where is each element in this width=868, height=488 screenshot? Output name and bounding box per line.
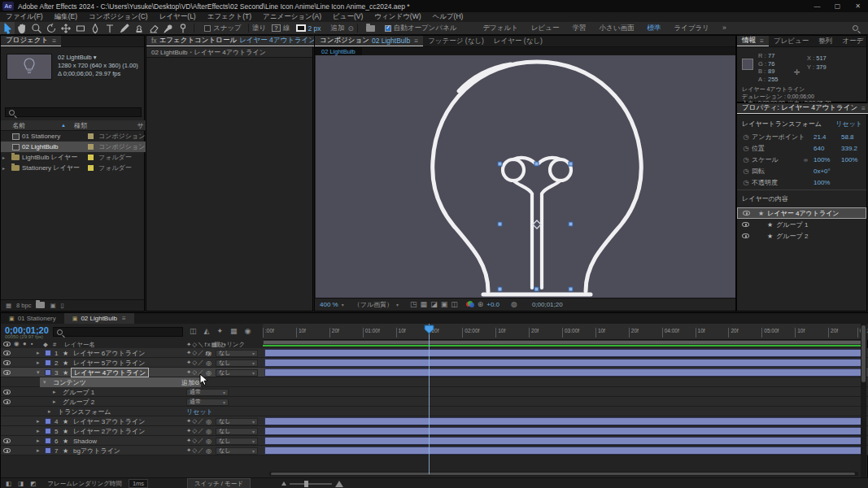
expander-icon[interactable]: ▸ [37,426,45,436]
expander-icon[interactable]: ▸ [53,387,61,397]
motion-blur-icon[interactable]: ◉ [245,327,251,335]
panel-menu-icon[interactable]: ≡ [861,104,866,112]
grid-guides-icon[interactable]: ▦ [421,300,428,308]
property-value[interactable]: 100% [813,179,841,186]
new-comp-icon[interactable]: ▣ [50,302,55,309]
workspace-tab-標準[interactable]: 標準 [640,24,667,33]
exposure-gear-icon[interactable]: ⊛ [478,300,484,308]
project-search-input[interactable] [5,107,142,117]
search-workspace-icon[interactable] [853,25,858,31]
group-name[interactable]: コンテンツ [53,377,86,387]
layer-switches[interactable]: ✦◇／ [186,358,205,368]
tab-project[interactable]: プロジェクト ≡ [1,36,61,46]
parent-dropdown[interactable]: なし▾ [216,426,258,436]
parent-dropdown[interactable]: なし▾ [216,416,258,426]
stopwatch-icon[interactable]: ◷ [740,168,752,175]
eraser-tool[interactable] [146,22,161,34]
layer-duration-bar[interactable] [264,447,861,455]
group-name[interactable]: グループ 1 [63,387,94,397]
group-name[interactable]: グループ 2 [63,397,94,407]
expander-icon[interactable]: ▾ [43,377,51,387]
workspace-tab-デフォルト[interactable]: デフォルト [476,24,525,33]
layer-duration-bar[interactable] [264,368,861,377]
tab-properties[interactable]: プロパティ: レイヤー 4アウトライン ≡ [737,103,868,114]
comp-name[interactable]: 02 LightBulb ▾ [58,54,138,62]
column-type[interactable]: 種類 [74,121,87,130]
brush-tool[interactable] [117,22,132,34]
zoom-tool[interactable] [29,22,44,34]
eye-icon[interactable] [3,446,11,455]
workspace-tab-»[interactable]: » [716,24,733,33]
tab-整列[interactable]: 整列 [813,36,837,46]
orbit-tool[interactable] [44,22,59,34]
project-item-name[interactable]: 02 LightBulb [22,143,58,150]
layer-name[interactable]: bgアウトライン [71,446,123,455]
tab-プレビュー[interactable]: プレビュー [769,36,813,46]
region-of-interest-icon[interactable]: ◫ [451,300,458,308]
blend-mode-dropdown[interactable]: 通常▾ [186,387,229,397]
parent-pickwhip-icon[interactable]: ◎ [206,348,212,358]
layer-duration-bar[interactable] [264,349,861,357]
layer-color-swatch[interactable] [45,446,51,455]
timeline-row-グループ 2[interactable]: ▸グループ 2通常▾ [1,397,868,407]
layer-name[interactable]: レイヤー 5アウトライン [71,358,147,368]
eye-icon[interactable] [3,387,11,397]
timeline-row-トランスフォーム[interactable]: ▸トランスフォームリセット [1,407,868,416]
expander-icon[interactable]: ▸ [37,416,45,426]
switch-mode-button[interactable]: スイッチ / モード [187,478,251,488]
layer-duration-bar[interactable] [264,427,861,435]
parent-pickwhip-icon[interactable]: ◎ [206,446,212,455]
property-value[interactable]: 100% [841,156,868,163]
clone-stamp-tool[interactable] [132,22,146,34]
stopwatch-icon[interactable]: ◷ [740,156,752,163]
parent-pickwhip-icon[interactable]: ◎ [206,416,212,426]
layer-color-swatch[interactable] [45,416,51,426]
workspace-tab-学習[interactable]: 学習 [566,24,593,33]
fill-swatch[interactable]: ? [272,24,281,32]
layer-switches[interactable]: ✦◇／ [186,446,205,455]
layer-color-swatch[interactable] [45,426,51,436]
timeline-row-レイヤー 6アウトライン[interactable]: ▸1★レイヤー 6アウトライン✦◇／fx◎なし▾ [1,348,868,358]
layer-switches[interactable]: ✦◇／ [186,426,205,436]
hand-tool[interactable] [15,22,29,34]
layer-duration-bar[interactable] [264,359,861,367]
project-item[interactable]: 02 LightBulbコンポジション [1,142,146,152]
timeline-search-input[interactable] [53,327,183,337]
property-value[interactable]: 100% [813,156,841,163]
menu-item-コンポジション(C)[interactable]: コンポジション(C) [83,12,154,22]
playhead-marker[interactable] [424,325,434,334]
label-color-swatch[interactable] [88,155,94,160]
view-options-icon[interactable]: ◳ [410,300,417,308]
eye-icon[interactable] [3,368,11,377]
eye-icon[interactable] [3,358,11,368]
menu-item-ビュー(V)[interactable]: ビュー(V) [327,12,369,22]
zoom-level-dropdown[interactable]: 400 % [320,301,338,308]
tab-コンポジション[interactable]: コンポジション02 LightBulb≡ [315,36,423,46]
mask-toggle-icon[interactable]: ▣ [441,300,448,308]
timeline-row-レイヤー 2アウトライン[interactable]: ▸5★レイヤー 2アウトライン✦◇／◎なし▾ [1,426,868,436]
folder-icon[interactable] [366,25,375,32]
menu-item-エフェクト(T)[interactable]: エフェクト(T) [202,12,257,22]
timeline-row-レイヤー 5アウトライン[interactable]: ▸2★レイヤー 5アウトライン✦◇／◎なし▾ [1,358,868,368]
expander-icon[interactable]: ▸ [37,436,45,446]
menu-item-編集(E)[interactable]: 編集(E) [49,12,83,22]
stroke-width-value[interactable]: 2 px [308,24,321,33]
parent-dropdown[interactable]: なし▾ [216,358,258,368]
shape-tool[interactable] [73,22,88,34]
timeline-row-レイヤー 3アウトライン[interactable]: ▸4★レイヤー 3アウトライン✦◇／◎なし▾ [1,416,868,426]
menu-item-ヘルプ(H)[interactable]: ヘルプ(H) [427,12,469,22]
expander-icon[interactable]: ▸ [2,165,5,171]
vertical-scrollbar[interactable] [861,324,866,478]
snap-checkbox[interactable] [204,25,211,32]
panel-menu-icon[interactable]: ≡ [414,37,418,45]
new-folder-icon[interactable] [36,302,45,308]
expander-icon[interactable]: ▸ [48,407,56,416]
contents-item[interactable]: ★グループ 2 [737,230,866,242]
eye-icon[interactable] [3,436,11,446]
workspace-tab-小さい画面[interactable]: 小さい画面 [593,24,641,33]
playhead-line[interactable] [429,324,430,474]
timeline-row-コンテンツ[interactable]: ▾コンテンツ追加 ⊙ [1,377,868,387]
project-item-name[interactable]: 01 Stationery [22,133,60,140]
layer-color-swatch[interactable] [45,358,51,368]
grid-icon[interactable]: ▦ [6,302,11,309]
